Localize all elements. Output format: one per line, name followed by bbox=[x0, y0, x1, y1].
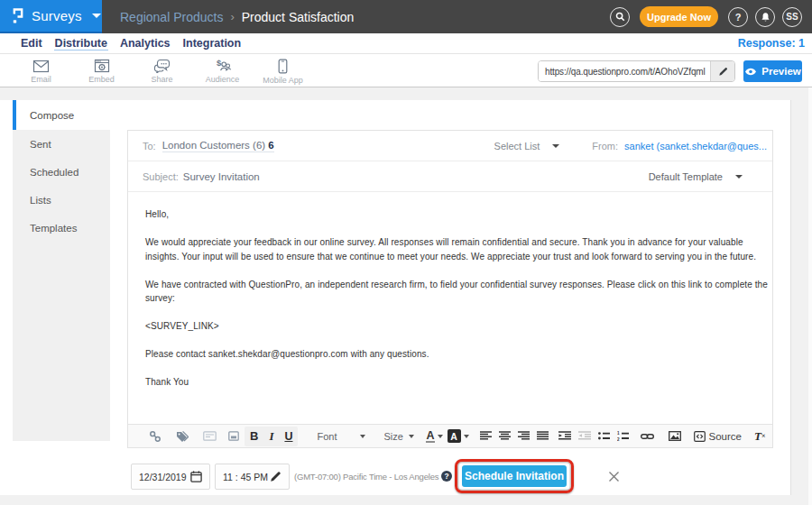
align-justify-button[interactable] bbox=[533, 427, 552, 446]
search-icon bbox=[615, 12, 625, 22]
pencil-icon bbox=[718, 67, 728, 77]
bold-button[interactable]: B bbox=[245, 427, 263, 446]
to-value[interactable]: London Customers (6) 6 bbox=[162, 140, 274, 152]
pencil-icon bbox=[270, 471, 281, 482]
insert-survey-link-button[interactable] bbox=[145, 427, 165, 446]
email-panel: Compose Sent Scheduled Lists Templates T… bbox=[0, 100, 791, 495]
media-box-icon bbox=[228, 431, 239, 441]
sidebar-item-compose[interactable]: Compose bbox=[13, 100, 110, 130]
timezone-help-badge[interactable]: ? bbox=[441, 471, 452, 482]
indent-increase-icon bbox=[558, 431, 571, 441]
survey-tabbar: Edit Distribute Analytics Integration Re… bbox=[0, 33, 812, 54]
body-paragraph: Please contact sanket.shekdar@questionpr… bbox=[145, 347, 768, 362]
avatar-initials: SS bbox=[786, 12, 798, 22]
font-size-select[interactable]: Size bbox=[380, 431, 416, 442]
channel-email[interactable]: Email bbox=[11, 54, 71, 87]
source-button[interactable]: Source bbox=[690, 427, 745, 446]
svg-text:$: $ bbox=[217, 59, 222, 68]
sidebar-item-lists[interactable]: Lists bbox=[13, 186, 110, 214]
schedule-date-input[interactable]: 12/31/2019 bbox=[131, 464, 210, 490]
tab-integration[interactable]: Integration bbox=[182, 33, 243, 53]
bulleted-list-button[interactable] bbox=[595, 427, 614, 446]
schedule-invitation-button[interactable]: Schedule Invitation bbox=[462, 465, 567, 487]
underline-button[interactable]: U bbox=[279, 427, 298, 446]
subject-value[interactable]: Survey Invitation bbox=[183, 171, 260, 182]
survey-url-input[interactable] bbox=[539, 61, 710, 81]
sidebar-item-sent[interactable]: Sent bbox=[13, 130, 110, 158]
survey-tabs: Edit Distribute Analytics Integration bbox=[0, 33, 253, 53]
select-list-dropdown[interactable]: Select List bbox=[494, 141, 560, 152]
align-left-button[interactable] bbox=[476, 427, 495, 446]
font-select-label: Font bbox=[317, 431, 337, 442]
channel-mobile-app[interactable]: Mobile App bbox=[253, 54, 313, 87]
preview-button[interactable]: Preview bbox=[743, 60, 802, 82]
body-paragraph: We would appreciate your feedback in our… bbox=[145, 235, 768, 263]
align-right-button[interactable] bbox=[514, 427, 533, 446]
from-label: From: bbox=[592, 141, 618, 152]
upgrade-now-button[interactable]: Upgrade Now bbox=[640, 6, 718, 27]
schedule-time-input[interactable]: 11 : 45 PM bbox=[215, 464, 290, 490]
body-paragraph: We have contracted with QuestionPro, an … bbox=[145, 278, 768, 306]
sidebar-item-label: Scheduled bbox=[30, 167, 78, 178]
sidebar-item-label: Templates bbox=[30, 223, 77, 234]
close-button[interactable] bbox=[606, 469, 622, 484]
background-color-button[interactable]: A bbox=[446, 427, 471, 446]
indent-decrease-button[interactable] bbox=[575, 427, 595, 446]
insert-image-button[interactable] bbox=[665, 427, 685, 446]
tab-edit[interactable]: Edit bbox=[20, 33, 43, 53]
select-list-label: Select List bbox=[494, 141, 540, 152]
to-label: To: bbox=[143, 141, 156, 152]
recipient-count: 6 bbox=[268, 140, 273, 151]
svg-text:2: 2 bbox=[617, 437, 620, 442]
from-value[interactable]: sanket (sanket.shekdar@ques... bbox=[624, 141, 767, 152]
image-icon bbox=[669, 431, 681, 441]
body-paragraph: Hello, bbox=[145, 207, 768, 222]
svg-text:1: 1 bbox=[617, 431, 620, 436]
merge-tags-button[interactable] bbox=[171, 427, 192, 446]
sidebar-item-templates[interactable]: Templates bbox=[13, 214, 110, 242]
italic-button[interactable]: I bbox=[263, 427, 279, 446]
chevron-down-icon bbox=[360, 435, 365, 438]
indent-increase-button[interactable] bbox=[555, 427, 575, 446]
response-count-link[interactable]: Response: 1 bbox=[738, 37, 812, 50]
email-sidebar: Sent Scheduled Lists Templates bbox=[13, 130, 110, 441]
email-body-editor[interactable]: Hello, We would appreciate your feedback… bbox=[128, 192, 772, 424]
font-family-select[interactable]: Font bbox=[313, 431, 369, 442]
preview-label: Preview bbox=[761, 66, 800, 77]
remove-format-button[interactable]: T× bbox=[751, 427, 770, 446]
chevron-down-icon bbox=[552, 144, 559, 148]
align-center-button[interactable] bbox=[495, 427, 514, 446]
audience-icon: $ bbox=[214, 59, 232, 73]
breadcrumb-parent[interactable]: Regional Products bbox=[120, 10, 223, 24]
help-button[interactable]: ? bbox=[728, 7, 748, 27]
tab-analytics[interactable]: Analytics bbox=[119, 33, 171, 53]
edit-url-button[interactable] bbox=[710, 61, 734, 81]
template-card-button[interactable] bbox=[199, 427, 220, 446]
align-left-icon bbox=[480, 431, 492, 441]
notifications-button[interactable] bbox=[755, 7, 775, 27]
template-dropdown[interactable]: Default Template bbox=[649, 171, 760, 182]
channel-label: Email bbox=[31, 75, 51, 84]
numbered-list-button[interactable]: 1 2 bbox=[614, 427, 632, 446]
align-right-icon bbox=[518, 431, 530, 441]
channel-label: Share bbox=[151, 75, 172, 84]
product-switcher[interactable]: Surveys bbox=[0, 0, 102, 33]
sidebar-item-scheduled[interactable]: Scheduled bbox=[13, 158, 110, 186]
text-color-button[interactable]: A bbox=[424, 427, 444, 446]
channel-embed[interactable]: Embed bbox=[71, 54, 132, 87]
embed-media-button[interactable] bbox=[225, 427, 243, 446]
schedule-bar: 12/31/2019 11 : 45 PM (GMT-07:00) Pacifi… bbox=[0, 464, 812, 492]
channel-share[interactable]: Share bbox=[132, 54, 192, 87]
chevron-down-icon bbox=[464, 435, 469, 438]
date-value: 12/31/2019 bbox=[139, 472, 187, 482]
sidebar-item-label: Sent bbox=[30, 139, 51, 150]
insert-link-button[interactable] bbox=[637, 427, 658, 446]
avatar[interactable]: SS bbox=[782, 7, 802, 27]
body-paragraph: Thank You bbox=[145, 375, 768, 390]
search-button[interactable] bbox=[610, 7, 630, 27]
channel-audience[interactable]: $ Audience bbox=[192, 54, 253, 87]
topbar-actions: Upgrade Now ? SS bbox=[610, 0, 812, 33]
chevron-down-icon bbox=[735, 175, 743, 179]
eye-icon bbox=[744, 68, 757, 76]
tab-distribute[interactable]: Distribute bbox=[54, 33, 108, 53]
